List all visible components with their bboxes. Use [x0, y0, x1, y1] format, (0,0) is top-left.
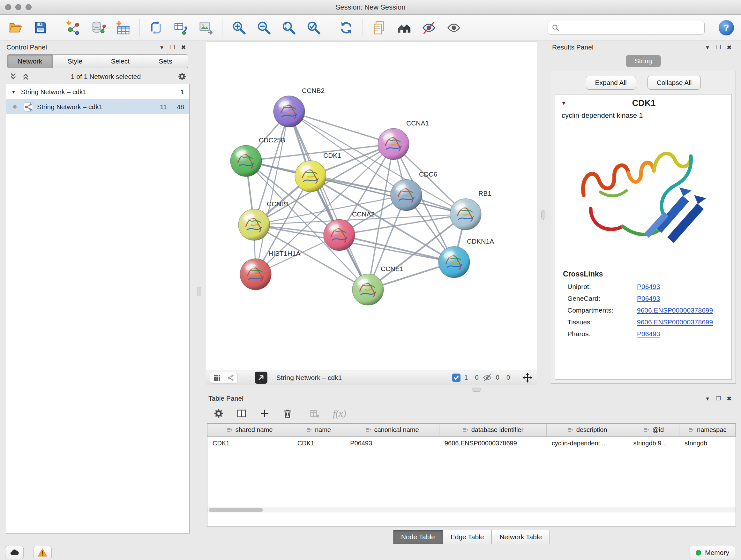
tab-sets[interactable]: Sets	[143, 54, 188, 68]
share-network-button[interactable]	[224, 372, 237, 383]
tab-select[interactable]: Select	[98, 54, 143, 68]
hidden-eye-icon[interactable]	[482, 373, 492, 382]
hide-graphics-details-button[interactable]	[420, 19, 437, 37]
crosslink-value[interactable]: 9606.ENSP00000378699	[637, 318, 724, 326]
column-header[interactable]: description	[547, 424, 628, 436]
left-splitter-handle[interactable]	[197, 287, 201, 296]
table-cell[interactable]: CDK1	[292, 436, 345, 450]
panel-menu-icon[interactable]: ▾	[156, 44, 167, 51]
show-graphics-details-button[interactable]	[445, 19, 462, 37]
network-options-gear-icon[interactable]	[178, 72, 186, 81]
zoom-fit-button[interactable]	[280, 19, 297, 37]
minimize-window-button[interactable]	[15, 4, 21, 10]
delete-table-icon[interactable]	[310, 408, 320, 419]
horizontal-scrollbar[interactable]	[207, 507, 736, 512]
network-view[interactable]: CCNB2CCNA1CDC25BCDK1CDC6RB1CCNB1CCNA2CDK…	[206, 42, 537, 370]
zoom-selected-button[interactable]	[305, 19, 322, 37]
zoom-out-button[interactable]	[255, 19, 272, 37]
panel-close-icon[interactable]: ✖	[724, 395, 735, 402]
tab-network-table[interactable]: Network Table	[492, 530, 550, 544]
tab-style[interactable]: Style	[53, 54, 98, 68]
network-node-CCNB2[interactable]: CCNB2	[273, 87, 325, 127]
bottom-splitter-handle[interactable]	[472, 388, 481, 392]
refresh-button[interactable]	[338, 19, 355, 37]
grid-view-button[interactable]	[210, 372, 224, 383]
scrollbar-thumb[interactable]	[209, 508, 263, 512]
expand-all-button[interactable]: Expand All	[586, 76, 636, 90]
table-settings-gear-icon[interactable]	[213, 408, 224, 419]
crosslink-value[interactable]: P06493	[637, 295, 724, 302]
open-external-button[interactable]	[255, 372, 267, 384]
save-session-button[interactable]	[32, 19, 49, 37]
tab-network[interactable]: Network	[7, 54, 53, 68]
network-edge[interactable]	[289, 111, 394, 144]
network-edge[interactable]	[289, 111, 368, 290]
move-crosshair-icon[interactable]	[522, 372, 533, 383]
column-header[interactable]: shared name	[207, 424, 292, 436]
network-node-RB1[interactable]: RB1	[450, 190, 491, 230]
search-input[interactable]	[562, 24, 700, 31]
close-window-button[interactable]	[5, 4, 11, 10]
table-cell[interactable]: CDK1	[207, 436, 292, 450]
network-collection-row[interactable]: ▼ String Network – cdk1 1	[6, 84, 189, 99]
panel-float-icon[interactable]: ❐	[713, 395, 724, 402]
table-cell[interactable]: cyclin-dependent ...	[547, 436, 628, 450]
network-node-CDC6[interactable]: CDC6	[391, 171, 437, 211]
column-header[interactable]: @id	[628, 424, 679, 436]
crosslink-value[interactable]: P06493	[637, 283, 724, 291]
delete-column-trash-icon[interactable]	[282, 408, 293, 419]
network-node-CDK1[interactable]: CDK1	[295, 152, 341, 192]
search-box[interactable]	[548, 21, 704, 35]
merge-networks-button[interactable]	[147, 19, 165, 37]
expand-all-icon[interactable]	[21, 72, 30, 81]
crosslink-value[interactable]: 9606.ENSP00000378699	[637, 307, 724, 314]
table-cell[interactable]: stringdb	[679, 436, 736, 450]
disclosure-triangle-icon[interactable]: ▼	[11, 89, 16, 95]
import-network-file-button[interactable]	[65, 19, 82, 37]
help-button[interactable]: ?	[719, 20, 734, 36]
string-results-tab[interactable]: String	[626, 55, 661, 67]
gene-disclosure-icon[interactable]: ▼	[561, 100, 566, 107]
collapse-all-icon[interactable]	[9, 72, 17, 81]
network-row[interactable]: String Network – cdk1 11 48	[6, 99, 189, 114]
tab-edge-table[interactable]: Edge Table	[443, 530, 492, 544]
collapse-all-button[interactable]: Collapse All	[648, 76, 701, 90]
network-node-CCNA1[interactable]: CCNA1	[378, 119, 429, 160]
network-from-table-button[interactable]	[172, 19, 190, 37]
add-column-icon[interactable]	[259, 408, 270, 419]
column-header[interactable]: name	[292, 424, 345, 436]
panel-close-icon[interactable]: ✖	[178, 44, 189, 51]
column-header[interactable]: canonical name	[345, 424, 440, 436]
warnings-button[interactable]	[33, 546, 52, 559]
panel-close-icon[interactable]: ✖	[724, 44, 735, 51]
table-row[interactable]: CDK1CDK1P064939606.ENSP00000378699cyclin…	[207, 436, 736, 450]
column-header[interactable]: namespac	[679, 424, 736, 436]
cloud-status-button[interactable]	[5, 546, 23, 559]
import-network-database-button[interactable]	[90, 19, 107, 37]
zoom-in-button[interactable]	[230, 19, 247, 37]
duplicate-document-button[interactable]	[370, 19, 388, 37]
column-header[interactable]: database identifier	[440, 424, 547, 436]
table-cell[interactable]: 9606.ENSP00000378699	[440, 436, 547, 450]
memory-button[interactable]: Memory	[690, 546, 735, 559]
panel-float-icon[interactable]: ❐	[713, 44, 724, 51]
export-image-button[interactable]	[197, 19, 214, 37]
network-node-CDKN1A[interactable]: CDKN1A	[439, 238, 494, 278]
show-columns-icon[interactable]	[237, 408, 247, 419]
panel-float-icon[interactable]: ❐	[167, 44, 178, 51]
panel-menu-icon[interactable]: ▾	[702, 44, 713, 51]
table-cell[interactable]: stringdb:9...	[628, 436, 679, 450]
table-cell[interactable]: P06493	[345, 436, 440, 450]
zoom-window-button[interactable]	[25, 4, 31, 10]
import-table-button[interactable]	[115, 19, 132, 37]
crosslink-value[interactable]: P06493	[637, 330, 724, 338]
function-builder-button[interactable]: f(x)	[333, 408, 346, 419]
network-node-HIST1H1A[interactable]: HIST1H1A	[240, 250, 300, 290]
right-splitter-handle[interactable]	[541, 210, 545, 220]
network-node-CCNB1[interactable]: CCNB1	[239, 200, 289, 240]
tab-node-table[interactable]: Node Table	[393, 530, 443, 544]
panel-menu-icon[interactable]: ▾	[702, 395, 713, 402]
selected-checkbox-icon[interactable]	[452, 374, 461, 382]
birdseye-home-button[interactable]	[395, 19, 413, 37]
open-session-button[interactable]	[7, 19, 24, 37]
